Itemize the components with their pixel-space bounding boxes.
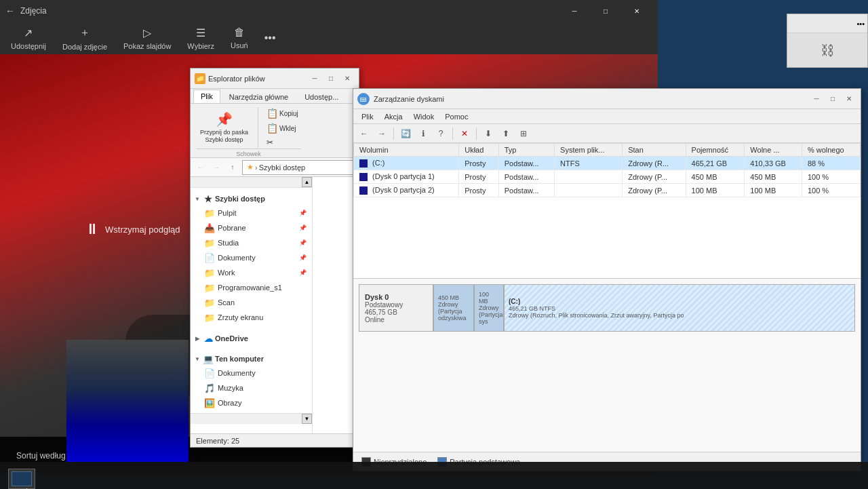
sidebar-item-work[interactable]: 📁 Work 📌: [191, 265, 312, 280]
sidebar-item-obrazy[interactable]: 🖼️ Obrazy: [191, 395, 312, 410]
paste-btn[interactable]: 📋 Wklej: [264, 121, 301, 135]
secondary-window: ••• ⛓: [787, 14, 868, 68]
tab-udostepnij[interactable]: Udostęp...: [297, 90, 346, 103]
col-uklad[interactable]: Układ: [459, 144, 499, 157]
forward-btn[interactable]: →: [210, 161, 223, 174]
toolbar-back[interactable]: ←: [356, 126, 372, 141]
part-status-main: Zdrowy (Rozruch, Plik stronicowania, Zrz…: [509, 312, 850, 319]
menu-plik[interactable]: Plik: [356, 111, 379, 123]
scroll-up-btn[interactable]: ▲: [302, 177, 312, 187]
sidebar-label-pulpit: Pulpit: [218, 209, 237, 217]
photos-minimize-btn[interactable]: ─: [559, 0, 590, 22]
table-row-p1[interactable]: (Dysk 0 partycja 1) Prosty Podstaw... Zd…: [354, 170, 861, 184]
explorer-minimize-btn[interactable]: ─: [307, 72, 322, 85]
photos-toolbar: ↗ Udostępnij ＋ Dodaj zdjęcie ▷ Pokaz sla…: [0, 22, 658, 54]
part-size-system: 100 MB: [479, 291, 499, 305]
sidebar-item-dokumenty[interactable]: 📄 Dokumenty 📌: [191, 250, 312, 265]
address-path[interactable]: ★ › Szybki dostęp: [242, 160, 356, 175]
explorer-folder-icon: 📁: [195, 73, 205, 84]
sidebar-item-programowanie[interactable]: 📁 Programowanie_s1: [191, 280, 312, 295]
diskmgmt-close-btn[interactable]: ✕: [842, 92, 856, 106]
partition-main[interactable]: (C:) 465,21 GB NTFS Zdrowy (Rozruch, Pli…: [505, 285, 854, 331]
select-icon: ☰: [196, 26, 205, 39]
explorer-ribbon: 📌 Przypnij do paskaSzybki dostęp 📋 Kopiu…: [191, 104, 359, 158]
explorer-maximize-btn[interactable]: □: [323, 72, 338, 85]
sidebar-label-docs: Dokumenty: [218, 369, 256, 377]
sidebar-item-scan[interactable]: 📁 Scan: [191, 295, 312, 310]
col-pojemnosc[interactable]: Pojemność: [686, 144, 745, 157]
photos-title-text: Zdjęcia: [20, 6, 47, 16]
toolbar-properties[interactable]: ℹ: [415, 126, 431, 141]
sw-more-btn[interactable]: •••: [856, 20, 865, 28]
col-wolumin[interactable]: Wolumin: [354, 144, 459, 157]
delete-btn[interactable]: 🗑 Usuń: [231, 26, 248, 50]
col-wolne[interactable]: Wolne ...: [745, 144, 802, 157]
partition-system[interactable]: 100 MB Zdrowy (Partycja sys: [475, 285, 505, 331]
pin-label: Przypnij do paskaSzybki dostęp: [200, 129, 248, 144]
toolbar-help[interactable]: ?: [433, 126, 449, 141]
taskbar-sss4[interactable]: sss4: [5, 465, 38, 489]
slideshow-icon: ▷: [143, 26, 151, 39]
pause-icon[interactable]: ⏸: [85, 220, 100, 238]
toolbar-up-arr[interactable]: ⬆: [498, 126, 514, 141]
scroll-down-btn[interactable]: ▼: [302, 414, 312, 424]
quick-access-label: Szybki dostęp: [215, 195, 265, 203]
toolbar-x[interactable]: ✕: [456, 126, 473, 141]
diskmgmt-minimize-btn[interactable]: ─: [809, 92, 824, 106]
table-row-c[interactable]: (C:) Prosty Podstaw... NTFS Zdrowy (R...…: [354, 157, 861, 170]
quick-access-header[interactable]: ▼ ★ Szybki dostęp: [191, 191, 312, 206]
col-pct[interactable]: % wolnego: [802, 144, 860, 157]
toolbar-down-arr[interactable]: ⬇: [480, 126, 496, 141]
toolbar-grid[interactable]: ⊞: [515, 126, 532, 141]
cut-btn[interactable]: ✂: [264, 136, 301, 149]
computer-header[interactable]: ▼ 💻 Ten komputer: [191, 351, 312, 366]
menu-pomoc[interactable]: Pomoc: [439, 111, 473, 123]
explorer-close-btn[interactable]: ✕: [340, 72, 355, 85]
slideshow-btn[interactable]: ▷ Pokaz slajdów: [123, 26, 171, 50]
photos-back-btn[interactable]: ←: [5, 5, 15, 16]
explorer-sidebar: ▲ ▼ ★ Szybki dostęp 📁 Pulpit 📌 📥: [191, 177, 313, 433]
photos-maximize-btn[interactable]: □: [590, 0, 621, 22]
col-filesystem[interactable]: System plik...: [555, 144, 623, 157]
sidebar-item-pobrane[interactable]: 📥 Pobrane 📌: [191, 220, 312, 235]
pin-btn[interactable]: 📌 Przypnij do paskaSzybki dostęp: [196, 109, 252, 146]
select-label: Wybierz: [187, 42, 214, 50]
sidebar-item-studia[interactable]: 📁 Studia 📌: [191, 235, 312, 250]
sidebar-item-pulpit[interactable]: 📁 Pulpit 📌: [191, 206, 312, 220]
back-btn[interactable]: ←: [193, 161, 207, 174]
path-star-icon: ★: [247, 163, 254, 172]
select-btn[interactable]: ☰ Wybierz: [187, 26, 214, 50]
disk-bar-icon-p2: [359, 187, 368, 195]
col-typ[interactable]: Typ: [498, 144, 554, 157]
copy-btn[interactable]: 📋 Kopiuj: [264, 106, 301, 120]
sidebar-item-docs[interactable]: 📄 Dokumenty: [191, 366, 312, 380]
tab-plik[interactable]: Plik: [193, 90, 220, 103]
images-icon: 🖼️: [204, 397, 215, 408]
sidebar-label-pobrane: Pobrane: [218, 224, 246, 232]
sidebar-item-muzyka[interactable]: 🎵 Muzyka: [191, 380, 312, 395]
diskmgmt-titlebar: 🖴 Zarządzanie dyskami ─ □ ✕: [353, 89, 861, 109]
share-btn[interactable]: ↗ Udostępnij: [11, 26, 46, 50]
docs-icon: 📄: [204, 368, 215, 378]
cell-layout-c: Prosty: [459, 157, 499, 170]
more-btn[interactable]: •••: [264, 32, 276, 44]
diskmgmt-maximize-btn[interactable]: □: [825, 92, 840, 106]
toolbar-forward[interactable]: →: [374, 126, 390, 141]
toolbar-refresh[interactable]: 🔄: [397, 126, 414, 141]
sort-label: Sortuj według:: [16, 451, 68, 461]
table-row-p2[interactable]: (Dysk 0 partycja 2) Prosty Podstaw... Zd…: [354, 184, 861, 197]
menu-akcja[interactable]: Akcja: [379, 111, 408, 123]
computer-icon: 💻: [203, 353, 214, 364]
menu-widok[interactable]: Widok: [408, 111, 440, 123]
copy-label: Kopiuj: [279, 110, 298, 117]
partition-recovery[interactable]: 450 MB Zdrowy (Partycja odzyskiwa: [434, 285, 475, 331]
onedrive-header[interactable]: ▶ ☁ OneDrive: [191, 330, 312, 345]
photos-close-btn[interactable]: ✕: [621, 0, 652, 22]
computer-label: Ten komputer: [215, 355, 264, 363]
tab-narzedzia[interactable]: Narzędzia główne: [222, 90, 296, 103]
up-btn[interactable]: ↑: [226, 161, 239, 174]
add-photo-btn[interactable]: ＋ Dodaj zdjęcie: [62, 26, 107, 51]
col-stan[interactable]: Stan: [623, 144, 686, 157]
more-icon: •••: [264, 32, 276, 44]
sidebar-item-zrzuty[interactable]: 📁 Zrzuty ekranu: [191, 310, 312, 325]
